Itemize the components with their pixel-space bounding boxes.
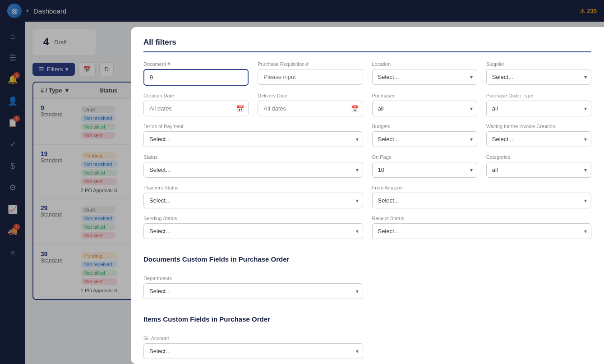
budgets-label: Budgets [372,124,477,129]
categories-select-wrapper: all [486,162,591,178]
budgets-field: Budgets Select... [372,124,477,147]
documents-custom-section-title: Documents Custom Fields in Purchase Orde… [143,255,591,263]
creation-date-input[interactable] [143,101,249,116]
terms-payment-label: Terms of Payment [143,124,363,129]
status-label: Status [143,154,363,160]
creation-date-label: Creation Date [143,93,249,98]
payment-status-field: Payment Status Select... [143,185,363,208]
sending-status-label: Sending Status [143,216,363,221]
supplier-select-wrapper: Select... [486,69,591,85]
purchase-order-type-field: Purchase Order Type all [486,93,591,116]
budgets-select-wrapper: Select... [372,131,477,147]
categories-field: Categories all [486,154,591,178]
waiting-invoice-label: Waiting for the Invoice Creation [486,124,591,129]
terms-payment-select-wrapper: Select... [143,131,363,147]
gl-account-select[interactable]: Select... [143,343,363,359]
payment-status-select-wrapper: Select... [143,193,363,208]
filter-grid: Document # Purchase Requisition # Locati… [143,61,591,359]
creation-date-field: Creation Date 📅 [143,93,249,116]
from-amazon-field: From Amazon Select... [372,185,592,208]
departments-field: Departments Select... [143,276,363,299]
purchaser-field: Purchaser all [372,93,477,116]
delivery-date-label: Delivery Date [258,93,363,98]
categories-label: Categories [486,154,591,160]
status-select-wrapper: Select... [143,162,363,178]
location-field: Location Select... [372,61,477,86]
delivery-date-input[interactable] [258,101,363,116]
from-amazon-label: From Amazon [372,185,592,190]
creation-date-wrapper: 📅 [143,101,249,116]
from-amazon-select-wrapper: Select... [372,193,592,208]
purchase-requisition-label: Purchase Requisition # [258,61,363,67]
receipt-status-select-wrapper: Select... [372,223,592,239]
delivery-date-field: Delivery Date 📅 [258,93,363,116]
modal-title: All filters [143,38,591,52]
location-select[interactable]: Select... [372,69,477,85]
receipt-status-field: Receipt Status Select... [372,216,592,239]
status-select[interactable]: Select... [143,162,363,178]
sending-status-select-wrapper: Select... [143,223,363,239]
sending-status-field: Sending Status Select... [143,216,363,239]
location-label: Location [372,61,477,67]
on-page-select-wrapper: 10 [372,162,477,178]
delivery-date-wrapper: 📅 [258,101,363,116]
document-number-field: Document # [143,61,249,86]
payment-status-label: Payment Status [143,185,363,190]
waiting-invoice-select-wrapper: Select... [486,131,591,147]
departments-select-wrapper: Select... [143,283,363,299]
budgets-select[interactable]: Select... [372,131,477,147]
on-page-label: On Page [372,154,477,160]
departments-label: Departments [143,276,363,281]
supplier-select[interactable]: Select... [486,69,591,85]
purchase-requisition-field: Purchase Requisition # [258,61,363,86]
status-field: Status Select... [143,154,363,178]
purchase-order-type-select[interactable]: all [486,101,591,116]
receipt-status-label: Receipt Status [372,216,592,221]
receipt-status-select[interactable]: Select... [372,223,592,239]
waiting-invoice-select[interactable]: Select... [486,131,591,147]
purchaser-label: Purchaser [372,93,477,98]
supplier-label: Supplier [486,61,591,67]
purchase-requisition-input[interactable] [258,69,363,85]
terms-payment-field: Terms of Payment Select... [143,124,363,147]
purchase-order-type-select-wrapper: all [486,101,591,116]
purchaser-select-wrapper: all [372,101,477,116]
on-page-select[interactable]: 10 [372,162,477,178]
gl-account-select-wrapper: Select... [143,343,363,359]
gl-account-label: GL Account [143,336,363,341]
document-number-input[interactable] [143,69,249,86]
sending-status-select[interactable]: Select... [143,223,363,239]
location-select-wrapper: Select... [372,69,477,85]
waiting-invoice-field: Waiting for the Invoice Creation Select.… [486,124,591,147]
items-custom-section-title: Items Custom Fields in Purchase Order [143,315,591,323]
categories-select[interactable]: all [486,162,591,178]
from-amazon-select[interactable]: Select... [372,193,592,208]
gl-account-field: GL Account Select... [143,336,363,359]
filter-modal: All filters Document # Purchase Requisit… [131,27,604,364]
payment-status-select[interactable]: Select... [143,193,363,208]
departments-select[interactable]: Select... [143,283,363,299]
terms-payment-select[interactable]: Select... [143,131,363,147]
document-number-label: Document # [143,61,249,67]
on-page-field: On Page 10 [372,154,477,178]
supplier-field: Supplier Select... [486,61,591,86]
purchaser-select[interactable]: all [372,101,477,116]
purchase-order-type-label: Purchase Order Type [486,93,591,98]
